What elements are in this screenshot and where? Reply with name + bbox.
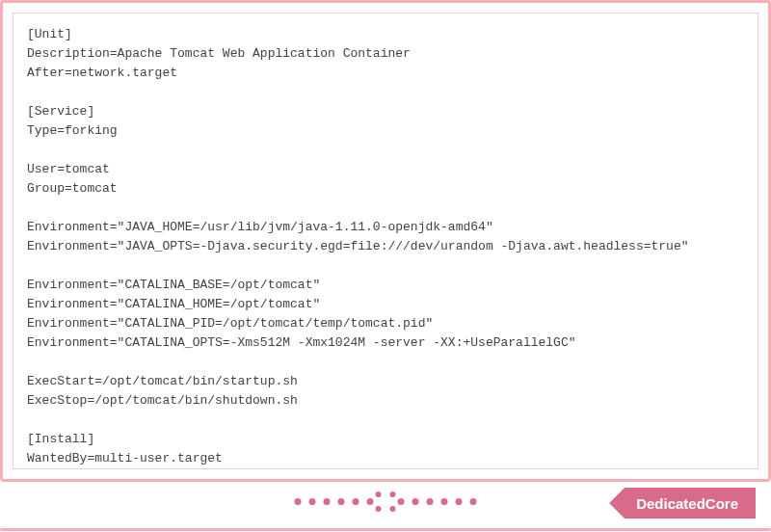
decorative-dots [295, 497, 477, 506]
diamond-cluster-icon [382, 497, 390, 506]
code-box: [Unit] Description=Apache Tomcat Web App… [13, 13, 758, 469]
brand-label: DedicatedCore [636, 495, 738, 512]
document-card: [Unit] Description=Apache Tomcat Web App… [0, 0, 771, 482]
bottom-border-line [0, 528, 771, 531]
dot-icon [367, 498, 374, 505]
footer-row: DedicatedCore [0, 480, 771, 526]
dot-icon [309, 498, 316, 505]
dot-icon [338, 498, 345, 505]
dot-icon [412, 498, 419, 505]
dot-icon [353, 498, 359, 505]
systemd-unit-file: [Unit] Description=Apache Tomcat Web App… [27, 25, 744, 468]
dot-icon [398, 498, 405, 505]
dot-icon [470, 498, 477, 505]
dot-icon [295, 498, 302, 505]
dot-icon [324, 498, 331, 505]
dot-icon [456, 498, 463, 505]
dot-icon [427, 498, 434, 505]
dot-icon [441, 498, 448, 505]
brand-badge: DedicatedCore [609, 488, 756, 519]
